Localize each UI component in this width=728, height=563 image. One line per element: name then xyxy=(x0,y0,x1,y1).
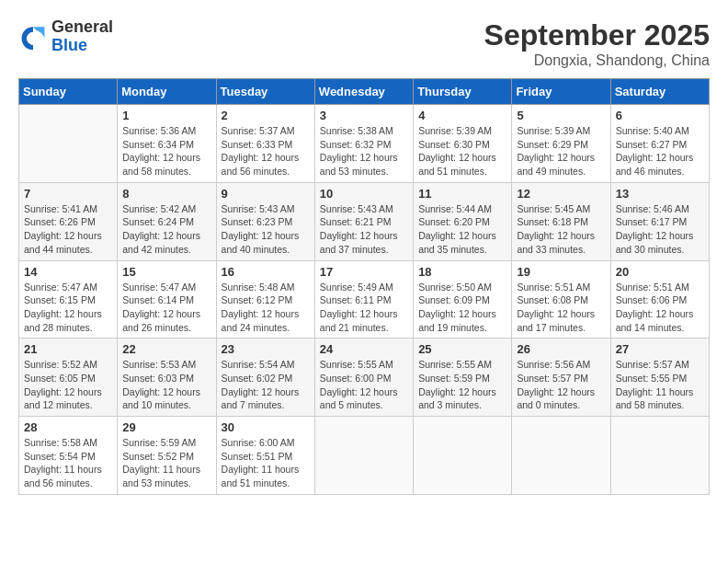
week-row-2: 7Sunrise: 5:41 AMSunset: 6:26 PMDaylight… xyxy=(19,182,710,260)
sunrise-time: Sunrise: 5:48 AM xyxy=(222,282,295,293)
calendar-cell: 11Sunrise: 5:44 AMSunset: 6:20 PMDayligh… xyxy=(414,182,512,260)
daylight-hours: Daylight: 12 hours and 0 minutes. xyxy=(517,386,595,411)
day-info: Sunrise: 5:58 AMSunset: 5:54 PMDaylight:… xyxy=(24,436,112,490)
day-info: Sunrise: 5:38 AMSunset: 6:32 PMDaylight:… xyxy=(320,124,408,178)
daylight-hours: Daylight: 11 hours and 51 minutes. xyxy=(222,464,300,488)
calendar-cell: 26Sunrise: 5:56 AMSunset: 5:57 PMDayligh… xyxy=(512,339,610,417)
day-number: 15 xyxy=(122,265,210,279)
weekday-header-friday: Friday xyxy=(512,79,610,105)
sunset-time: Sunset: 6:11 PM xyxy=(320,294,392,305)
day-info: Sunrise: 5:59 AMSunset: 5:52 PMDaylight:… xyxy=(122,436,210,490)
daylight-hours: Daylight: 12 hours and 17 minutes. xyxy=(517,308,595,333)
day-info: Sunrise: 5:36 AMSunset: 6:34 PMDaylight:… xyxy=(122,124,210,178)
sunrise-time: Sunrise: 5:37 AM xyxy=(222,125,295,136)
calendar-cell: 30Sunrise: 6:00 AMSunset: 5:51 PMDayligh… xyxy=(216,417,314,495)
day-number: 3 xyxy=(320,109,408,122)
daylight-hours: Daylight: 12 hours and 37 minutes. xyxy=(320,230,398,255)
day-number: 2 xyxy=(222,109,310,122)
sunset-time: Sunset: 6:33 PM xyxy=(222,139,293,150)
sunset-time: Sunset: 6:06 PM xyxy=(616,294,688,305)
calendar-cell: 17Sunrise: 5:49 AMSunset: 6:11 PMDayligh… xyxy=(314,260,413,339)
sunrise-time: Sunrise: 5:47 AM xyxy=(24,282,97,293)
sunset-time: Sunset: 6:27 PM xyxy=(616,139,688,150)
daylight-hours: Daylight: 12 hours and 49 minutes. xyxy=(517,152,595,177)
day-number: 18 xyxy=(418,265,506,279)
sunrise-time: Sunrise: 5:50 AM xyxy=(418,282,492,293)
daylight-hours: Daylight: 12 hours and 53 minutes. xyxy=(320,152,398,177)
calendar-cell: 22Sunrise: 5:53 AMSunset: 6:03 PMDayligh… xyxy=(118,339,216,417)
day-info: Sunrise: 5:51 AMSunset: 6:06 PMDaylight:… xyxy=(616,281,704,335)
daylight-hours: Daylight: 12 hours and 24 minutes. xyxy=(222,308,300,333)
day-info: Sunrise: 5:37 AMSunset: 6:33 PMDaylight:… xyxy=(222,124,310,178)
week-row-4: 21Sunrise: 5:52 AMSunset: 6:05 PMDayligh… xyxy=(19,339,710,417)
calendar-cell: 2Sunrise: 5:37 AMSunset: 6:33 PMDaylight… xyxy=(216,105,314,183)
calendar-cell: 16Sunrise: 5:48 AMSunset: 6:12 PMDayligh… xyxy=(216,260,314,339)
calendar-cell: 23Sunrise: 5:54 AMSunset: 6:02 PMDayligh… xyxy=(216,339,314,417)
calendar-cell: 20Sunrise: 5:51 AMSunset: 6:06 PMDayligh… xyxy=(610,260,709,339)
calendar-cell: 5Sunrise: 5:39 AMSunset: 6:29 PMDaylight… xyxy=(512,105,610,183)
day-number: 7 xyxy=(24,187,112,201)
sunset-time: Sunset: 6:20 PM xyxy=(418,216,490,227)
day-number: 29 xyxy=(122,420,210,434)
daylight-hours: Daylight: 12 hours and 14 minutes. xyxy=(616,308,694,333)
daylight-hours: Daylight: 12 hours and 58 minutes. xyxy=(122,152,200,177)
sunrise-time: Sunrise: 5:53 AM xyxy=(122,359,196,370)
day-number: 25 xyxy=(418,342,506,356)
day-number: 5 xyxy=(517,109,605,122)
weekday-header-monday: Monday xyxy=(118,79,216,105)
day-number: 6 xyxy=(616,109,704,122)
weekday-header-thursday: Thursday xyxy=(414,79,512,105)
day-info: Sunrise: 5:51 AMSunset: 6:08 PMDaylight:… xyxy=(517,281,605,335)
day-info: Sunrise: 5:53 AMSunset: 6:03 PMDaylight:… xyxy=(122,358,210,412)
day-info: Sunrise: 5:44 AMSunset: 6:20 PMDaylight:… xyxy=(418,202,506,257)
daylight-hours: Daylight: 12 hours and 3 minutes. xyxy=(418,386,496,411)
logo: General Blue xyxy=(18,18,113,55)
daylight-hours: Daylight: 12 hours and 19 minutes. xyxy=(418,308,496,333)
calendar-cell: 14Sunrise: 5:47 AMSunset: 6:15 PMDayligh… xyxy=(19,260,118,339)
sunrise-time: Sunrise: 5:58 AM xyxy=(24,437,97,448)
calendar-cell: 10Sunrise: 5:43 AMSunset: 6:21 PMDayligh… xyxy=(314,182,413,260)
page-header: General Blue September 2025 Dongxia, Sha… xyxy=(18,18,710,69)
day-info: Sunrise: 5:40 AMSunset: 6:27 PMDaylight:… xyxy=(616,124,704,178)
sunrise-time: Sunrise: 6:00 AM xyxy=(222,437,295,448)
sunset-time: Sunset: 6:02 PM xyxy=(222,373,293,384)
sunset-time: Sunset: 6:05 PM xyxy=(24,373,96,384)
sunrise-time: Sunrise: 5:55 AM xyxy=(320,359,393,370)
calendar-cell: 3Sunrise: 5:38 AMSunset: 6:32 PMDaylight… xyxy=(314,105,413,183)
sunrise-time: Sunrise: 5:41 AM xyxy=(24,203,97,214)
day-info: Sunrise: 5:48 AMSunset: 6:12 PMDaylight:… xyxy=(222,281,310,335)
day-info: Sunrise: 5:47 AMSunset: 6:14 PMDaylight:… xyxy=(122,281,210,335)
day-number: 11 xyxy=(418,187,506,201)
sunset-time: Sunset: 5:55 PM xyxy=(616,373,688,384)
day-info: Sunrise: 5:39 AMSunset: 6:29 PMDaylight:… xyxy=(517,124,605,178)
day-info: Sunrise: 5:50 AMSunset: 6:09 PMDaylight:… xyxy=(418,281,506,335)
daylight-hours: Daylight: 11 hours and 53 minutes. xyxy=(122,464,200,488)
daylight-hours: Daylight: 12 hours and 10 minutes. xyxy=(122,386,200,411)
calendar-table: SundayMondayTuesdayWednesdayThursdayFrid… xyxy=(18,78,710,495)
sunset-time: Sunset: 5:59 PM xyxy=(418,373,490,384)
sunset-time: Sunset: 6:03 PM xyxy=(122,373,194,384)
day-number: 26 xyxy=(517,342,605,356)
day-number: 27 xyxy=(616,342,704,356)
weekday-header-tuesday: Tuesday xyxy=(216,79,314,105)
calendar-cell: 12Sunrise: 5:45 AMSunset: 6:18 PMDayligh… xyxy=(512,182,610,260)
sunrise-time: Sunrise: 5:36 AM xyxy=(122,125,196,136)
daylight-hours: Daylight: 12 hours and 28 minutes. xyxy=(24,308,102,333)
calendar-cell: 8Sunrise: 5:42 AMSunset: 6:24 PMDaylight… xyxy=(118,182,216,260)
day-info: Sunrise: 5:41 AMSunset: 6:26 PMDaylight:… xyxy=(24,202,112,257)
sunset-time: Sunset: 6:18 PM xyxy=(517,216,588,227)
sunset-time: Sunset: 5:51 PM xyxy=(222,451,293,462)
day-info: Sunrise: 5:55 AMSunset: 5:59 PMDaylight:… xyxy=(418,358,506,412)
day-info: Sunrise: 5:47 AMSunset: 6:15 PMDaylight:… xyxy=(24,281,112,335)
sunrise-time: Sunrise: 5:39 AM xyxy=(418,125,492,136)
sunset-time: Sunset: 6:32 PM xyxy=(320,139,392,150)
day-info: Sunrise: 5:46 AMSunset: 6:17 PMDaylight:… xyxy=(616,202,704,257)
sunset-time: Sunset: 6:08 PM xyxy=(517,294,588,305)
sunset-time: Sunset: 6:26 PM xyxy=(24,216,96,227)
calendar-cell: 9Sunrise: 5:43 AMSunset: 6:23 PMDaylight… xyxy=(216,182,314,260)
day-info: Sunrise: 5:43 AMSunset: 6:21 PMDaylight:… xyxy=(320,202,408,257)
sunset-time: Sunset: 6:29 PM xyxy=(517,139,588,150)
day-number: 12 xyxy=(517,187,605,201)
calendar-cell: 27Sunrise: 5:57 AMSunset: 5:55 PMDayligh… xyxy=(610,339,709,417)
sunrise-time: Sunrise: 5:55 AM xyxy=(418,359,492,370)
